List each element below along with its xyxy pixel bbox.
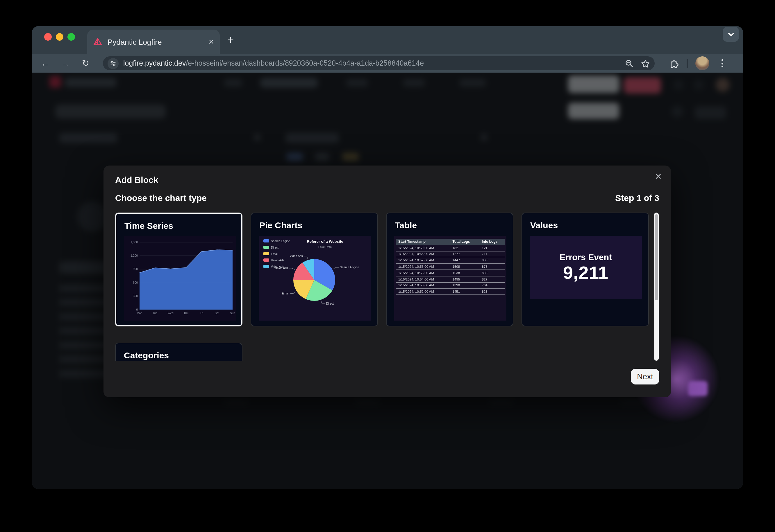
svg-text:900: 900 [133, 267, 138, 271]
time-series-preview-chart: 03006009001,2001,500MonTueWedThuFriSatSu… [124, 236, 236, 321]
table-cell: 1538 [452, 271, 482, 275]
minimize-window-button[interactable] [56, 33, 63, 41]
table-cell: 1495 [452, 277, 482, 281]
chart-type-scroll-area[interactable]: Time Series 03006009001,2001,500MonTueWe… [115, 213, 650, 361]
table-row: 1/15/2024, 10:58:00 AM1277711 [396, 251, 505, 258]
card-values-label: Values [530, 220, 558, 230]
svg-text:Direct: Direct [271, 246, 279, 249]
page-content: Add Block × Choose the chart type Step 1… [32, 73, 743, 489]
table-row: 1/15/2024, 10:56:00 AM1508875 [396, 264, 505, 270]
card-values[interactable]: Values Errors Event 9,211 [521, 213, 649, 326]
table-cell: 1390 [452, 284, 482, 287]
table-cell: 121 [482, 246, 505, 249]
chevron-down-icon [728, 32, 734, 36]
svg-text:Wed: Wed [167, 312, 173, 315]
table-cell: 1508 [452, 265, 482, 268]
site-settings-icon[interactable] [107, 58, 119, 69]
forward-button[interactable]: → [61, 58, 70, 68]
blurred-badge [688, 381, 708, 396]
url-text[interactable]: logfire.pydantic.dev/e-hosseini/ehsan/da… [123, 59, 620, 67]
table-cell: 1/15/2024, 10:54:00 AM [396, 277, 452, 281]
table-header-cell: Info Logs [482, 240, 505, 244]
table-row: 1/15/2024, 10:53:00 AM1390764 [396, 283, 505, 289]
svg-text:Thu: Thu [183, 312, 188, 315]
modal-scrollbar[interactable] [654, 213, 659, 361]
zoom-window-button[interactable] [67, 33, 75, 41]
add-block-modal: Add Block × Choose the chart type Step 1… [103, 166, 671, 397]
svg-text:600: 600 [133, 281, 138, 284]
screen: Pydantic Logfire × + ← → ↻ [0, 0, 775, 532]
card-pie-charts-label: Pie Charts [259, 220, 302, 230]
table-cell: 1277 [452, 252, 482, 256]
modal-title: Add Block [115, 175, 158, 185]
metric-title: Errors Event [559, 252, 612, 262]
back-button[interactable]: ← [41, 58, 49, 68]
pie-preview-chart: Search EngineDirectEmailUnion AdsVideo A… [259, 236, 371, 321]
table-row: 1/15/2024, 10:59:00 AM182121 [396, 245, 505, 251]
table-cell: 1/15/2024, 10:55:00 AM [396, 271, 452, 275]
svg-text:Fake Data: Fake Data [318, 245, 332, 249]
table-preview: Start TimestampTotal LogsInfo Logs1/15/2… [396, 239, 505, 295]
svg-text:Referer of a Website: Referer of a Website [307, 239, 343, 244]
card-pie-charts[interactable]: Pie Charts Search EngineDirectEmailUnion… [251, 213, 378, 326]
svg-text:Direct: Direct [326, 302, 334, 305]
table-cell: 823 [482, 290, 505, 294]
extensions-puzzle-icon[interactable] [669, 58, 679, 68]
table-cell: 827 [482, 277, 505, 281]
svg-text:1,500: 1,500 [130, 241, 138, 244]
table-cell: 1/15/2024, 10:57:00 AM [396, 259, 452, 262]
toolbar-separator [687, 59, 688, 68]
browser-menu-button[interactable] [718, 57, 726, 70]
svg-text:Union Ads: Union Ads [275, 267, 288, 270]
modal-scrollbar-thumb[interactable] [655, 214, 658, 300]
browser-window: Pydantic Logfire × + ← → ↻ [32, 26, 743, 489]
new-tab-button[interactable]: + [227, 34, 234, 46]
table-row: 1/15/2024, 10:54:00 AM1495827 [396, 276, 505, 283]
url-domain: logfire.pydantic.dev [123, 59, 186, 67]
tab-pydantic-logfire[interactable]: Pydantic Logfire × [87, 30, 220, 54]
bookmark-star-icon[interactable] [641, 59, 650, 68]
table-row: 1/15/2024, 10:55:00 AM1538898 [396, 270, 505, 276]
svg-text:Video Ads: Video Ads [290, 254, 303, 258]
modal-subtitle: Choose the chart type [115, 193, 207, 203]
browser-toolbar: ← → ↻ logfire.pydantic.dev/e-hosseini/eh… [32, 54, 743, 73]
tab-title: Pydantic Logfire [107, 37, 209, 46]
table-cell: 1/15/2024, 10:53:00 AM [396, 284, 452, 287]
table-cell: 182 [452, 246, 482, 249]
table-cell: 898 [482, 271, 505, 275]
card-time-series[interactable]: Time Series 03006009001,2001,500MonTueWe… [115, 213, 243, 326]
close-window-button[interactable] [44, 33, 52, 41]
table-header-row: Start TimestampTotal LogsInfo Logs [396, 239, 505, 245]
svg-text:Email: Email [282, 292, 289, 295]
table-cell: 1447 [452, 259, 482, 262]
address-bar[interactable]: logfire.pydantic.dev/e-hosseini/ehsan/da… [103, 56, 655, 70]
svg-text:Mon: Mon [137, 312, 142, 315]
tab-search-chevron-button[interactable] [723, 27, 739, 42]
tab-strip: Pydantic Logfire × + [32, 26, 743, 54]
svg-text:Union Ads: Union Ads [271, 259, 284, 262]
next-button[interactable]: Next [631, 369, 659, 384]
card-table-label: Table [395, 220, 417, 230]
svg-text:300: 300 [133, 294, 138, 298]
svg-text:Fri: Fri [200, 312, 203, 315]
table-cell: 711 [482, 252, 505, 256]
values-preview: Errors Event 9,211 [530, 236, 642, 299]
tab-close-icon[interactable]: × [209, 37, 214, 46]
step-indicator: Step 1 of 3 [615, 193, 659, 203]
svg-text:Search Engine: Search Engine [271, 240, 290, 243]
metric-value: 9,211 [563, 262, 609, 283]
svg-text:Search Engine: Search Engine [340, 266, 359, 269]
table-cell: 1/15/2024, 10:52:00 AM [396, 290, 452, 294]
svg-text:1,200: 1,200 [130, 254, 138, 257]
card-categories[interactable]: Categories [115, 343, 243, 361]
svg-text:0: 0 [136, 308, 138, 311]
table-cell: 764 [482, 284, 505, 287]
svg-text:Email: Email [271, 252, 278, 256]
reload-button[interactable]: ↻ [82, 58, 89, 69]
profile-avatar[interactable] [695, 56, 709, 70]
card-table[interactable]: Table Start TimestampTotal LogsInfo Logs… [386, 213, 513, 326]
table-header-cell: Total Logs [452, 240, 482, 244]
modal-close-icon[interactable]: × [655, 170, 662, 183]
zoom-indicator-icon[interactable] [625, 59, 634, 68]
card-categories-label: Categories [124, 350, 169, 360]
